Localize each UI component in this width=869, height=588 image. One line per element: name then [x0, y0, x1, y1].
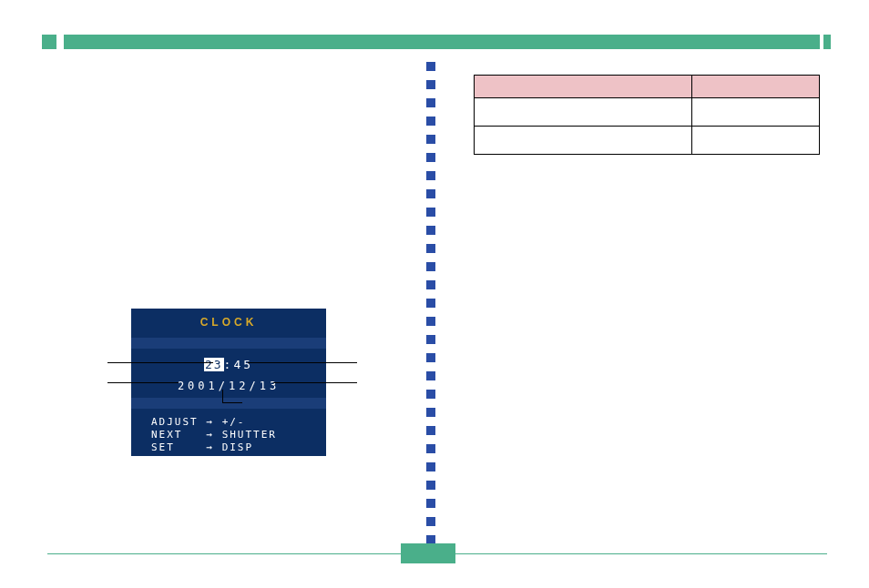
callout-line: [222, 390, 223, 402]
table-cell: [475, 127, 692, 155]
top-header-bar: [64, 35, 820, 49]
column-divider: [426, 62, 435, 553]
callout-line: [107, 382, 179, 383]
table-cell: [475, 98, 692, 127]
table-cell: [691, 127, 819, 155]
clock-colon: :: [224, 358, 234, 371]
clock-title: CLOCK: [131, 316, 326, 329]
page: CLOCK 23:45 2001/12/13 ADJUST → +/- NEXT…: [0, 0, 869, 588]
callout-line: [107, 362, 213, 363]
table-header-cell: [475, 76, 692, 98]
table-row: [475, 98, 820, 127]
top-accent-block-right: [823, 35, 831, 49]
spec-table: [474, 75, 820, 155]
clock-help-block: ADJUST → +/- NEXT → SHUTTER SET → DISP: [151, 416, 277, 454]
lcd-decor-band: [131, 398, 326, 409]
callout-line: [273, 382, 357, 383]
table-header-row: [475, 76, 820, 98]
page-number-tab: [401, 543, 455, 563]
table-row: [475, 127, 820, 155]
table-cell: [691, 98, 819, 127]
clock-time: 23:45: [131, 358, 326, 371]
callout-line: [222, 402, 242, 403]
lcd-decor-band: [131, 338, 326, 349]
top-accent-block: [42, 35, 56, 49]
table-header-cell: [691, 76, 819, 98]
clock-minute: 45: [233, 358, 253, 371]
clock-hour-selected: 23: [204, 358, 224, 371]
callout-line: [248, 362, 357, 363]
